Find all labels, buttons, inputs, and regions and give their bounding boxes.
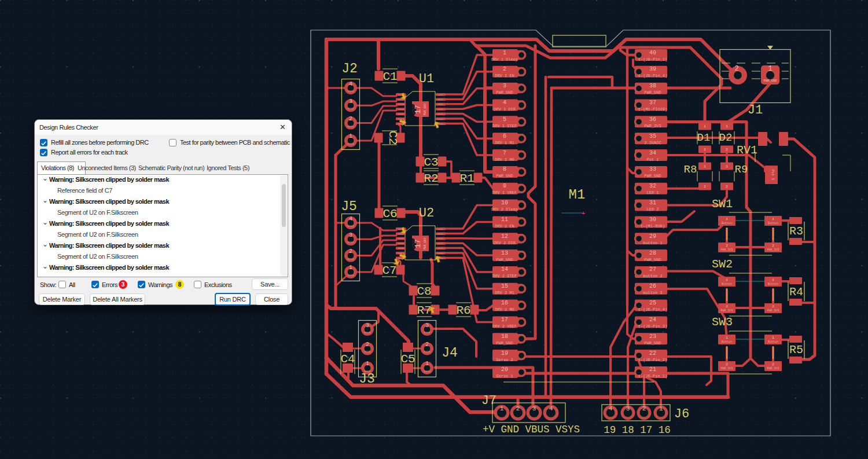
svg-text:PWR_GND: PWR_GND bbox=[496, 174, 513, 178]
svg-text:R9: R9 bbox=[735, 163, 748, 176]
svg-text:button 1: button 1 bbox=[643, 241, 663, 245]
svg-text:14: 14 bbox=[501, 266, 508, 273]
svg-text:PWR_3V3: PWR_3V3 bbox=[720, 367, 733, 370]
svg-text:34: 34 bbox=[649, 150, 656, 156]
svg-text:Button: Button bbox=[768, 222, 778, 225]
svg-text:J2: J2 bbox=[341, 61, 358, 76]
svg-text:1: 1 bbox=[726, 217, 728, 221]
svg-text:xxxx: xxxx bbox=[398, 237, 404, 240]
svg-text:xxxx: xxxx bbox=[398, 103, 404, 105]
svg-text:7: 7 bbox=[503, 150, 506, 156]
svg-text:23: 23 bbox=[649, 333, 656, 340]
svg-text:R8: R8 bbox=[684, 163, 697, 176]
svg-text:+: + bbox=[422, 307, 425, 313]
svg-text:xxxx: xxxx bbox=[424, 350, 431, 353]
svg-text:1: 1 bbox=[726, 164, 728, 168]
svg-text:4: 4 bbox=[549, 405, 553, 412]
svg-text:xxxx: xxxx bbox=[424, 370, 431, 373]
svg-text:2: 2 bbox=[503, 66, 506, 72]
svg-text:+: + bbox=[388, 211, 391, 216]
svg-text:DRV 2 M1: DRV 2 M1 bbox=[495, 291, 514, 295]
svg-text:1: 1 bbox=[726, 278, 728, 282]
svg-text:J3: J3 bbox=[359, 372, 375, 387]
svg-text:1: 1 bbox=[500, 405, 504, 412]
svg-text:28: 28 bbox=[649, 250, 656, 256]
svg-text:8: 8 bbox=[503, 166, 506, 172]
svg-text:+: + bbox=[346, 355, 349, 361]
svg-text:+: + bbox=[388, 74, 391, 79]
svg-text:1: 1 bbox=[704, 124, 706, 128]
svg-text:+: + bbox=[388, 135, 391, 141]
svg-text:2: 2 bbox=[726, 148, 728, 152]
svg-text:39: 39 bbox=[649, 66, 656, 72]
svg-text:2: 2 bbox=[734, 65, 738, 73]
svg-text:PWR_3V3: PWR_3V3 bbox=[767, 367, 779, 370]
svg-text:xxxx: xxxx bbox=[398, 247, 404, 249]
svg-text:xxxx: xxxx bbox=[437, 94, 443, 96]
svg-text:DRV 2 M0: DRV 2 M0 bbox=[495, 307, 514, 312]
svg-text:xxxx: xxxx bbox=[348, 142, 354, 145]
svg-text:Button: Button bbox=[722, 282, 732, 286]
svg-text:xxxx: xxxx bbox=[437, 108, 443, 111]
svg-text:17: 17 bbox=[414, 239, 422, 248]
svg-text:27: 27 bbox=[649, 266, 656, 273]
svg-text:4: 4 bbox=[503, 100, 506, 106]
svg-text:PWR_GND: PWR_GND bbox=[644, 258, 661, 262]
svg-text:J4: J4 bbox=[442, 346, 458, 361]
svg-text:t-(J9-Pin_4): t-(J9-Pin_4) bbox=[638, 74, 667, 78]
svg-text:xxxx: xxxx bbox=[437, 113, 443, 115]
svg-text:38: 38 bbox=[649, 83, 656, 89]
svg-text:30: 30 bbox=[649, 216, 656, 223]
svg-text:xxxx: xxxx bbox=[437, 252, 443, 255]
svg-text:DRV 1 M1: DRV 1 M1 bbox=[495, 141, 514, 145]
svg-text:PWR_GND: PWR_GND bbox=[424, 103, 427, 115]
svg-text:xxxx: xxxx bbox=[348, 241, 354, 244]
svg-text:U2: U2 bbox=[419, 206, 434, 221]
svg-text:1: 1 bbox=[772, 278, 774, 282]
svg-text:1: 1 bbox=[704, 164, 706, 168]
svg-text:Servo 2: Servo 2 bbox=[496, 358, 513, 362]
svg-text:DRV 1 EN: DRV 1 EN bbox=[495, 74, 514, 78]
svg-text:29: 29 bbox=[649, 233, 656, 240]
svg-text:DRV 1 Sleep: DRV 1 Sleep bbox=[491, 57, 518, 62]
svg-text:PWR_GND: PWR_GND bbox=[644, 341, 661, 346]
svg-text:Servo 1: Servo 1 bbox=[496, 374, 513, 379]
svg-text:12: 12 bbox=[501, 233, 508, 240]
svg-text:D1: D1 bbox=[697, 131, 711, 144]
svg-text:DRV 2 VREF: DRV 2 VREF bbox=[492, 324, 517, 329]
svg-text:1: 1 bbox=[768, 65, 772, 73]
svg-text:+: + bbox=[422, 288, 425, 294]
svg-text:xxxx: xxxx bbox=[365, 350, 371, 353]
svg-text:Pot 1: Pot 1 bbox=[771, 170, 775, 180]
svg-text:2: 2 bbox=[349, 116, 352, 122]
svg-text:13: 13 bbox=[501, 250, 508, 256]
svg-text:t-(J9-Pin_1): t-(J9-Pin_1) bbox=[638, 57, 667, 62]
svg-text:10: 10 bbox=[501, 200, 508, 206]
svg-text:2: 2 bbox=[772, 304, 774, 309]
svg-text:1: 1 bbox=[659, 405, 663, 412]
svg-text:xxxx: xxxx bbox=[437, 103, 443, 105]
svg-text:PWR_GND: PWR_GND bbox=[496, 90, 513, 95]
svg-text:3: 3 bbox=[532, 405, 536, 412]
svg-text:35: 35 bbox=[649, 133, 656, 139]
svg-text:1: 1 bbox=[772, 217, 774, 221]
svg-text:DRV 1 M0: DRV 1 M0 bbox=[495, 157, 514, 162]
svg-text:xxxx: xxxx bbox=[398, 113, 404, 115]
svg-text:PWR_3V3: PWR_3V3 bbox=[720, 248, 733, 252]
svg-text:+: + bbox=[388, 267, 391, 273]
svg-text:LED 2: LED 2 bbox=[646, 207, 659, 212]
svg-text:t-(J6-Pin_2): t-(J6-Pin_2) bbox=[638, 358, 667, 362]
svg-text:R5: R5 bbox=[789, 343, 803, 357]
svg-text:xxxx: xxxx bbox=[348, 90, 354, 93]
svg-text:xxxx: xxxx bbox=[398, 243, 404, 245]
svg-text:11: 11 bbox=[501, 216, 508, 223]
svg-text:2: 2 bbox=[642, 405, 646, 412]
svg-text:SW2: SW2 bbox=[712, 258, 733, 271]
svg-text:2: 2 bbox=[726, 185, 728, 189]
svg-text:+: + bbox=[429, 175, 432, 181]
svg-text:PWR_3V3: PWR_3V3 bbox=[720, 309, 733, 313]
svg-text:31: 31 bbox=[649, 200, 656, 206]
svg-text:xxxx: xxxx bbox=[437, 98, 443, 101]
svg-text:xxxx: xxxx bbox=[437, 228, 443, 230]
svg-text:xxxx: xxxx bbox=[437, 247, 443, 249]
